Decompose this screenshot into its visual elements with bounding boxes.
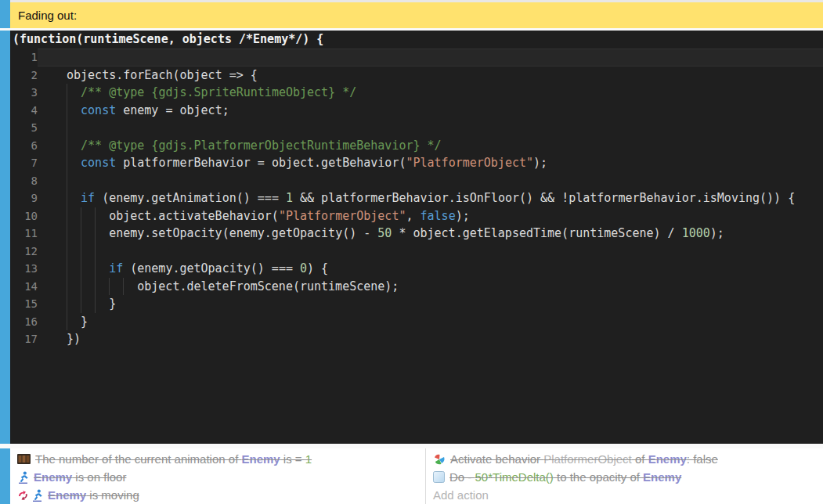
expression-value: 50*TimeDelta() xyxy=(475,470,554,484)
code-line-content[interactable] xyxy=(38,243,823,261)
code-line[interactable]: 4 const enemy = object; xyxy=(10,102,823,120)
sentence-text: is = xyxy=(280,452,305,466)
action-text: Do - 50*TimeDelta() to the opacity of En… xyxy=(449,470,681,484)
code-line-content[interactable]: const enemy = object; xyxy=(38,102,823,120)
animation-icon xyxy=(17,454,31,464)
line-number: 1 xyxy=(10,49,38,67)
code-line[interactable]: 12 xyxy=(10,243,823,261)
code-token: ); xyxy=(456,209,470,223)
code-line-content[interactable]: } xyxy=(38,295,823,313)
indent-guide xyxy=(81,225,95,243)
indent-guide xyxy=(109,278,123,296)
sentence-text: The number of the current animation of xyxy=(35,452,241,466)
code-line-content[interactable]: if (enemy.getAnimation() === 1 && platfo… xyxy=(38,189,823,207)
code-line-content[interactable]: object.activateBehavior("PlatformerObjec… xyxy=(38,207,823,225)
code-token: } xyxy=(109,297,116,311)
code-line[interactable]: 6 /** @type {gdjs.PlatformerObjectRuntim… xyxy=(10,137,823,155)
condition-row[interactable]: Enemy is on floor xyxy=(10,468,425,486)
line-number: 7 xyxy=(10,154,38,172)
condition-text: Enemy is moving xyxy=(48,488,139,502)
code-token: ) { xyxy=(307,261,328,275)
code-line[interactable]: 15 } xyxy=(10,295,823,313)
sentence-text: is moving xyxy=(86,488,139,502)
code-line-content[interactable]: } xyxy=(38,313,823,331)
action-row[interactable]: Do - 50*TimeDelta() to the opacity of En… xyxy=(426,468,823,486)
moving-icon xyxy=(17,489,29,501)
object-name: Enemy xyxy=(34,470,72,484)
expression-value: 1 xyxy=(305,452,312,466)
indent-guide xyxy=(67,207,81,225)
line-number: 6 xyxy=(10,137,38,155)
condition-row[interactable]: The number of the current animation of E… xyxy=(10,450,425,468)
code-line-content[interactable]: /** @type {gdjs.PlatformerObjectRuntimeB… xyxy=(38,137,823,155)
code-function-header: (function(runtimeScene, objects /*Enemy*… xyxy=(10,31,823,49)
code-token: (enemy.getOpacity() === xyxy=(123,261,300,275)
code-line[interactable]: 9 if (enemy.getAnimation() === 1 && plat… xyxy=(10,189,823,207)
condition-row[interactable]: Enemy is moving xyxy=(10,486,425,504)
code-line-content[interactable]: if (enemy.getOpacity() === 0) { xyxy=(38,260,823,278)
line-number: 8 xyxy=(10,172,38,190)
code-line[interactable]: 14 object.deleteFromScene(runtimeScene); xyxy=(10,278,823,296)
code-line[interactable]: 13 if (enemy.getOpacity() === 0) { xyxy=(10,260,823,278)
code-line-content[interactable] xyxy=(38,119,823,137)
indent-guide xyxy=(67,295,81,313)
code-line[interactable]: 17}) xyxy=(10,330,823,348)
code-token: , xyxy=(406,209,420,223)
code-line[interactable]: 8 xyxy=(10,172,823,190)
indent-guide xyxy=(81,243,95,261)
indent-guide xyxy=(67,260,81,278)
code-token: (enemy.getAnimation() === xyxy=(95,191,286,205)
comment-event[interactable]: Fading out: xyxy=(0,2,823,28)
event-highlight-strip xyxy=(0,448,10,504)
indent-guide xyxy=(67,154,81,172)
sentence-text: is on floor xyxy=(72,470,126,484)
object-name: Enemy xyxy=(643,470,681,484)
object-name: Enemy xyxy=(48,488,86,502)
code-token: 0 xyxy=(300,261,307,275)
code-line-content[interactable] xyxy=(38,49,823,67)
indent-guide xyxy=(95,243,109,261)
line-number: 9 xyxy=(10,189,38,207)
standard-event[interactable]: The number of the current animation of E… xyxy=(0,448,823,504)
code-line-content[interactable]: objects.forEach(object => { xyxy=(38,67,823,85)
sentence-text: Activate behavior xyxy=(450,452,543,466)
js-code-event[interactable]: (function(runtimeScene, objects /*Enemy*… xyxy=(0,31,823,444)
code-line-content[interactable]: /** @type {gdjs.SpriteRuntimeObject} */ xyxy=(38,84,823,102)
action-row[interactable]: Activate behavior PlatformerObject of En… xyxy=(426,450,823,468)
code-token: objects.forEach(object => { xyxy=(67,68,258,82)
comment-body[interactable]: Fading out: xyxy=(10,2,823,28)
code-line-content[interactable]: enemy.setOpacity(enemy.getOpacity() - 50… xyxy=(38,225,823,243)
event-icons xyxy=(433,471,445,483)
sentence-text: to the opacity of xyxy=(554,470,643,484)
code-line-content[interactable]: }) xyxy=(38,330,823,348)
line-number: 16 xyxy=(10,313,38,331)
code-token: 1 xyxy=(286,191,293,205)
comment-text: Fading out: xyxy=(18,9,77,22)
code-lines[interactable]: 12objects.forEach(object => {3 /** @type… xyxy=(10,49,823,348)
code-token: * object.getElapsedTime(runtimeScene) / xyxy=(392,226,681,240)
event-icons xyxy=(17,489,43,502)
code-token: ); xyxy=(533,156,547,170)
add-action-link[interactable]: Add action xyxy=(426,486,823,504)
action-text: Activate behavior PlatformerObject of En… xyxy=(450,452,718,466)
event-icons xyxy=(433,453,446,466)
behavior-icon xyxy=(433,453,446,466)
code-line-content[interactable]: const platformerBehavior = object.getBeh… xyxy=(38,154,823,172)
js-code-editor[interactable]: (function(runtimeScene, objects /*Enemy*… xyxy=(10,31,823,444)
indent-guide xyxy=(67,84,81,102)
code-line[interactable]: 5 xyxy=(10,119,823,137)
code-line[interactable]: 1 xyxy=(10,49,823,67)
code-line[interactable]: 10 object.activateBehavior("PlatformerOb… xyxy=(10,207,823,225)
code-token: "PlatformerObject" xyxy=(279,209,406,223)
code-line[interactable]: 16 } xyxy=(10,313,823,331)
code-token: /** @type {gdjs.SpriteRuntimeObject} */ xyxy=(81,85,356,99)
indent-guide xyxy=(67,189,81,207)
code-line[interactable]: 3 /** @type {gdjs.SpriteRuntimeObject} *… xyxy=(10,84,823,102)
code-line-content[interactable]: object.deleteFromScene(runtimeScene); xyxy=(38,278,823,296)
code-line[interactable]: 2objects.forEach(object => { xyxy=(10,67,823,85)
code-filler[interactable] xyxy=(10,348,823,427)
code-line[interactable]: 7 const platformerBehavior = object.getB… xyxy=(10,154,823,172)
code-line[interactable]: 11 enemy.setOpacity(enemy.getOpacity() -… xyxy=(10,225,823,243)
code-line-content[interactable] xyxy=(38,172,823,190)
code-token: /** @type {gdjs.PlatformerObjectRuntimeB… xyxy=(81,139,442,153)
